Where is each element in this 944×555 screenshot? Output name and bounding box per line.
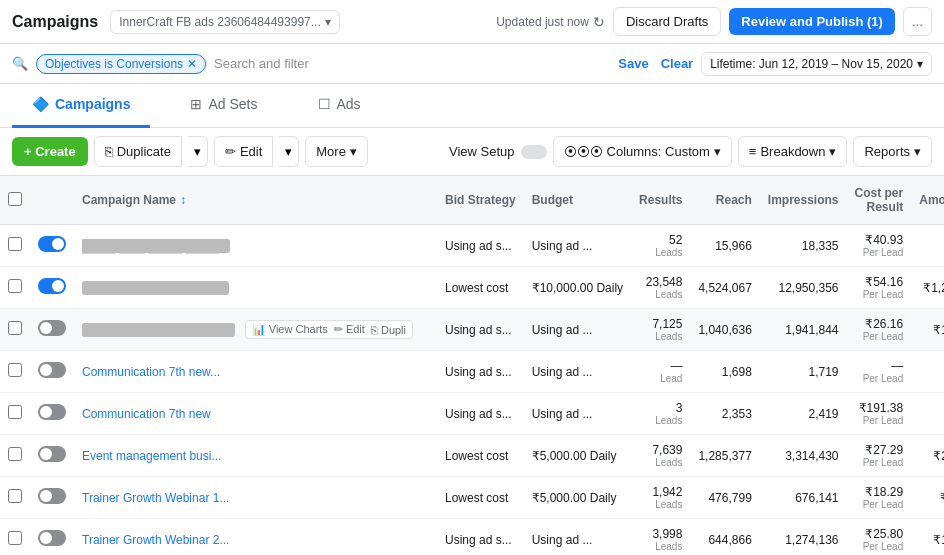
campaign-status-toggle[interactable] bbox=[38, 362, 66, 378]
campaign-status-toggle[interactable] bbox=[38, 236, 66, 252]
header-results[interactable]: Results bbox=[631, 176, 690, 225]
campaign-status-toggle[interactable] bbox=[38, 320, 66, 336]
campaign-status-toggle[interactable] bbox=[38, 278, 66, 294]
row-status-cell[interactable] bbox=[30, 309, 74, 351]
row-checkbox-cell[interactable] bbox=[0, 309, 30, 351]
row-checkbox-cell[interactable] bbox=[0, 435, 30, 477]
row-impressions: 1,941,844 bbox=[760, 309, 847, 351]
reports-button[interactable]: Reports ▾ bbox=[853, 136, 932, 167]
row-impressions: 18,335 bbox=[760, 225, 847, 267]
row-checkbox[interactable] bbox=[8, 531, 22, 545]
account-selector[interactable]: InnerCraft FB ads 23606484493997... ▾ bbox=[110, 10, 339, 34]
more-button[interactable]: More ▾ bbox=[305, 136, 368, 167]
breakdown-icon: ≡ bbox=[749, 144, 757, 159]
campaign-name[interactable]: ████████ ████ ████... bbox=[82, 323, 235, 337]
header-amount-spent[interactable]: Amount Spent bbox=[911, 176, 944, 225]
row-checkbox[interactable] bbox=[8, 279, 22, 293]
clear-filter-button[interactable]: Clear bbox=[661, 56, 694, 71]
row-status-cell[interactable] bbox=[30, 393, 74, 435]
campaign-name[interactable]: ████ ███ ████ ████... bbox=[82, 239, 230, 253]
tab-campaigns[interactable]: 🔷 Campaigns bbox=[12, 84, 150, 128]
date-range-selector[interactable]: Lifetime: Jun 12, 2019 – Nov 15, 2020 ▾ bbox=[701, 52, 932, 76]
row-budget: Using ad ... bbox=[524, 309, 631, 351]
row-checkbox[interactable] bbox=[8, 321, 22, 335]
edit-button[interactable]: ✏ Edit bbox=[214, 136, 273, 167]
topbar-more-button[interactable]: ... bbox=[903, 7, 932, 36]
row-status-cell[interactable] bbox=[30, 351, 74, 393]
row-checkbox[interactable] bbox=[8, 447, 22, 461]
row-checkbox[interactable] bbox=[8, 489, 22, 503]
toolbar: + Create ⎘ Duplicate ▾ ✏ Edit ▾ More ▾ V… bbox=[0, 128, 944, 176]
header-campaign-name[interactable]: Campaign Name ↕ bbox=[74, 176, 421, 225]
view-charts-action[interactable]: 📊 View Charts bbox=[252, 323, 328, 336]
save-filter-button[interactable]: Save bbox=[618, 56, 648, 71]
row-checkbox[interactable] bbox=[8, 405, 22, 419]
campaign-status-toggle[interactable] bbox=[38, 404, 66, 420]
campaign-name[interactable]: Event management busi... bbox=[82, 449, 221, 463]
row-spent: ₹208,444.14 bbox=[911, 435, 944, 477]
tab-ads[interactable]: ☐ Ads bbox=[298, 84, 381, 128]
row-cost: —Per Lead bbox=[847, 351, 912, 393]
row-cost: ₹54.16Per Lead bbox=[847, 267, 912, 309]
header-reach[interactable]: Reach bbox=[690, 176, 759, 225]
campaign-name[interactable]: Communication 7th new... bbox=[82, 365, 220, 379]
table-row: Trainer Growth Webinar 2... Using ad s..… bbox=[0, 519, 944, 556]
row-checkbox-cell[interactable] bbox=[0, 225, 30, 267]
campaign-name[interactable]: Trainer Growth Webinar 1... bbox=[82, 281, 229, 295]
row-budget: ₹10,000.00 Daily bbox=[524, 267, 631, 309]
campaign-name[interactable]: Trainer Growth Webinar 2... bbox=[82, 533, 229, 547]
header-checkbox[interactable] bbox=[0, 176, 30, 225]
chevron-down-icon: ▾ bbox=[325, 15, 331, 29]
campaign-status-toggle[interactable] bbox=[38, 530, 66, 546]
header-cost-per-result[interactable]: Cost perResult bbox=[847, 176, 912, 225]
row-checkbox[interactable] bbox=[8, 237, 22, 251]
search-input-placeholder[interactable]: Search and filter bbox=[214, 56, 408, 71]
view-setup-label: View Setup bbox=[449, 144, 515, 159]
tab-adsets[interactable]: ⊞ Ad Sets bbox=[170, 84, 277, 128]
row-status-cell[interactable] bbox=[30, 519, 74, 556]
view-setup-toggle[interactable] bbox=[521, 145, 547, 159]
row-checkbox-cell[interactable] bbox=[0, 393, 30, 435]
row-status-cell[interactable] bbox=[30, 435, 74, 477]
header-impressions[interactable]: Impressions bbox=[760, 176, 847, 225]
edit-action[interactable]: ✏ Edit bbox=[334, 323, 365, 336]
view-setup[interactable]: View Setup bbox=[449, 144, 547, 159]
row-checkbox-cell[interactable] bbox=[0, 519, 30, 556]
row-checkbox-cell[interactable] bbox=[0, 267, 30, 309]
row-spent: ₹240.54 bbox=[911, 351, 944, 393]
edit-dropdown-button[interactable]: ▾ bbox=[279, 136, 299, 167]
header-status bbox=[30, 176, 74, 225]
filter-bar: 🔍 Objectives is Conversions ✕ Search and… bbox=[0, 44, 944, 84]
filter-tag-close-icon[interactable]: ✕ bbox=[187, 57, 197, 71]
row-checkbox-cell[interactable] bbox=[0, 351, 30, 393]
columns-button[interactable]: ⦿⦿⦿ Columns: Custom ▾ bbox=[553, 136, 732, 167]
campaign-name[interactable]: Communication 7th new bbox=[82, 407, 211, 421]
row-results: 3,998Leads bbox=[631, 519, 690, 556]
create-button[interactable]: + Create bbox=[12, 137, 88, 166]
row-checkbox[interactable] bbox=[8, 363, 22, 377]
campaign-name[interactable]: Trainer Growth Webinar 1... bbox=[82, 491, 229, 505]
row-status-cell[interactable] bbox=[30, 267, 74, 309]
campaigns-icon: 🔷 bbox=[32, 96, 49, 112]
campaign-status-toggle[interactable] bbox=[38, 488, 66, 504]
header-budget[interactable]: Budget bbox=[524, 176, 631, 225]
row-status-cell[interactable] bbox=[30, 477, 74, 519]
duplicate-dropdown-button[interactable]: ▾ bbox=[188, 136, 208, 167]
breakdown-button[interactable]: ≡ Breakdown ▾ bbox=[738, 136, 848, 167]
campaign-status-toggle[interactable] bbox=[38, 446, 66, 462]
row-bid: Using ad s... bbox=[437, 225, 524, 267]
select-all-checkbox[interactable] bbox=[8, 192, 22, 206]
duplicate-button[interactable]: ⎘ Duplicate bbox=[94, 136, 182, 167]
filter-tag-objectives[interactable]: Objectives is Conversions ✕ bbox=[36, 54, 206, 74]
review-publish-button[interactable]: Review and Publish (1) bbox=[729, 8, 895, 35]
refresh-icon[interactable]: ↻ bbox=[593, 14, 605, 30]
row-checkbox-cell[interactable] bbox=[0, 477, 30, 519]
duplicate-action[interactable]: ⎘ Dupli bbox=[371, 324, 406, 336]
row-impressions: 676,141 bbox=[760, 477, 847, 519]
app-title: Campaigns bbox=[12, 13, 98, 31]
row-name-cell: ████████ ████ ████... 📊 View Charts ✏ Ed… bbox=[74, 309, 421, 351]
discard-drafts-button[interactable]: Discard Drafts bbox=[613, 7, 721, 36]
table-body: ████ ███ ████ ████... Using ad s... Usin… bbox=[0, 225, 944, 556]
header-bid-strategy[interactable]: Bid Strategy bbox=[437, 176, 524, 225]
row-status-cell[interactable] bbox=[30, 225, 74, 267]
